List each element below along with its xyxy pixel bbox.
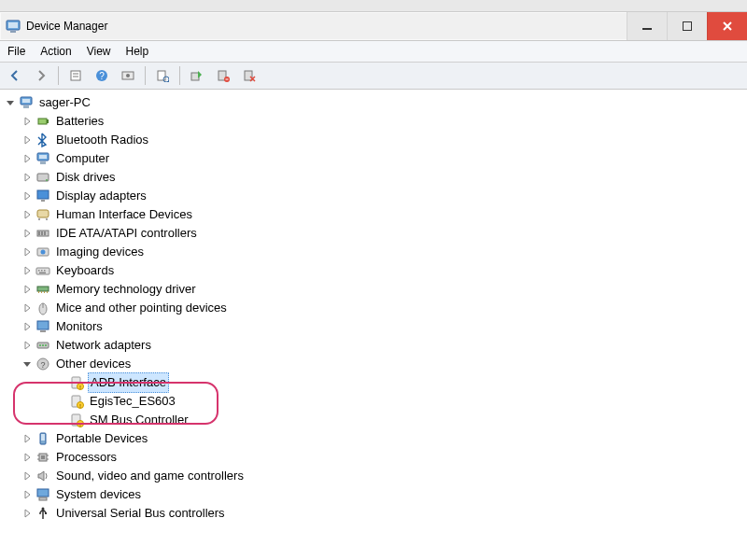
svg-text:!: ! [79,422,81,427]
tree-node-imaging-devices[interactable]: Imaging devices [4,243,747,261]
svg-rect-82 [45,512,47,514]
svg-rect-37 [41,231,43,235]
tree-node-batteries[interactable]: Batteries [4,112,747,131]
tree-node-label: sager-PC [37,93,92,112]
cpu-icon [35,450,50,465]
expander-closed-icon[interactable] [21,227,34,240]
svg-rect-54 [40,330,46,332]
expander-closed-icon[interactable] [21,339,34,352]
tree-node-processors[interactable]: Processors [4,448,747,467]
expander-closed-icon[interactable] [21,301,34,315]
menubar: File Action View Help [0,41,747,63]
menu-file[interactable]: File [7,45,25,58]
toolbar-properties-button[interactable] [64,64,87,87]
ide-icon [35,226,50,241]
expander-closed-icon[interactable] [21,469,34,483]
tree-node-disk-drives[interactable]: Disk drives [4,168,747,187]
menu-action[interactable]: Action [40,45,71,58]
tree-node-keyboards[interactable]: Keyboards [4,261,747,280]
tree-node-adb-interface[interactable]: !ADB Interface [4,373,747,392]
svg-point-29 [46,179,48,181]
close-button[interactable] [707,12,747,40]
svg-rect-24 [47,119,49,123]
toolbar-forward-button[interactable] [30,64,52,87]
toolbar-disable-button[interactable] [238,64,261,87]
expander-closed-icon[interactable] [21,115,34,128]
expander-closed-icon[interactable] [21,283,34,296]
expander-closed-icon[interactable] [21,507,34,520]
maximize-button[interactable] [667,12,707,40]
svg-rect-38 [44,231,46,235]
tree-node-label: Disk drives [54,168,118,187]
toolbar-scan-button[interactable] [151,64,174,87]
device-tree[interactable]: sager-PCBatteriesBluetooth RadiosCompute… [0,90,747,526]
tree-node-memory-technology-driver[interactable]: Memory technology driver [4,280,747,299]
menu-help[interactable]: Help [126,45,149,58]
toolbar-update-driver-button[interactable] [186,64,208,87]
expander-closed-icon[interactable] [21,152,34,165]
svg-point-58 [45,344,47,346]
tree-node-bluetooth-radios[interactable]: Bluetooth Radios [4,131,747,149]
expander-closed-icon[interactable] [21,208,34,221]
tree-node-network-adapters[interactable]: Network adapters [4,336,747,355]
tree-node-label: Batteries [54,112,106,131]
unknown-icon: ! [69,413,84,427]
toolbar-show-hidden-button[interactable] [117,64,139,87]
toolbar-uninstall-button[interactable] [212,64,234,87]
minimize-button[interactable] [627,12,667,40]
svg-point-33 [38,218,40,220]
expander-closed-icon[interactable] [21,133,34,147]
expander-closed-icon[interactable] [21,171,34,184]
battery-icon [35,114,50,129]
tree-node-universal-serial-bus-controllers[interactable]: Universal Serial Bus controllers [4,504,747,523]
expander-closed-icon[interactable] [21,245,34,259]
svg-point-40 [41,250,46,255]
tree-node-human-interface-devices[interactable]: Human Interface Devices [4,205,747,224]
expander-closed-icon[interactable] [21,264,34,277]
svg-rect-44 [44,270,46,272]
svg-rect-45 [39,273,46,274]
imaging-icon [35,245,50,259]
portable-icon [35,431,50,446]
tree-node-portable-devices[interactable]: Portable Devices [4,429,747,448]
tree-node-egistec-es603[interactable]: !EgisTec_ES603 [4,392,747,411]
tree-node-monitors[interactable]: Monitors [4,317,747,336]
tree-node-label: EgisTec_ES603 [88,392,177,411]
monitor-icon [35,319,50,334]
svg-text:!: ! [79,403,81,409]
disk-icon [35,170,50,185]
expander-closed-icon[interactable] [21,451,34,464]
expander-closed-icon[interactable] [21,189,34,203]
svg-text:?: ? [40,360,45,370]
svg-rect-42 [38,270,40,272]
tree-node-root[interactable]: sager-PC [4,93,747,112]
toolbar-help-button[interactable]: ? [91,64,113,87]
tree-node-label: IDE ATA/ATAPI controllers [54,224,199,243]
expander-open-icon[interactable] [21,357,34,371]
tree-node-ide-ata-atapi-controllers[interactable]: IDE ATA/ATAPI controllers [4,224,747,243]
tree-node-display-adapters[interactable]: Display adapters [4,187,747,205]
svg-rect-48 [41,291,42,293]
computer-icon [19,95,34,110]
toolbar-back-button[interactable] [4,64,26,87]
svg-rect-12 [158,71,165,80]
tree-node-sound-video-and-game-controllers[interactable]: Sound, video and game controllers [4,467,747,485]
tree-node-other-devices[interactable]: ?Other devices [4,355,747,373]
svg-rect-22 [23,105,29,108]
tree-node-mice-and-other-pointing-devices[interactable]: Mice and other pointing devices [4,299,747,317]
tree-node-label: Display adapters [54,187,148,205]
tree-node-label: ADB Interface [88,372,169,393]
unknown-icon: ! [69,375,84,390]
svg-rect-23 [38,119,47,124]
svg-rect-32 [37,210,49,217]
menu-view[interactable]: View [87,45,111,58]
svg-point-11 [126,74,130,77]
expander-closed-icon[interactable] [21,320,34,333]
expander-closed-icon[interactable] [21,432,34,445]
expander-closed-icon[interactable] [21,488,34,501]
tree-node-sm-bus-controller[interactable]: !SM Bus Controller [4,411,747,429]
expander-open-icon[interactable] [4,96,17,109]
toolbar: ? [0,63,747,90]
tree-node-system-devices[interactable]: System devices [4,485,747,504]
tree-node-computer[interactable]: Computer [4,149,747,168]
